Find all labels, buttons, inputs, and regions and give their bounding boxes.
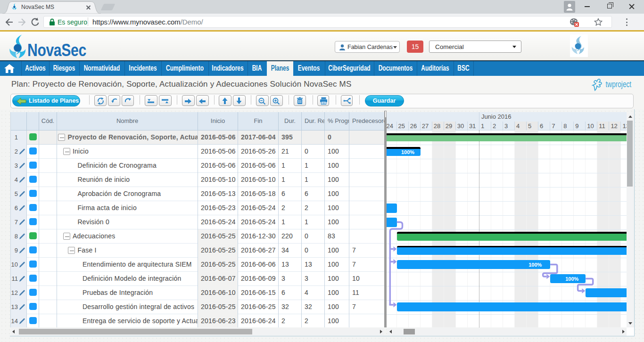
svg-text:twproject: twproject	[606, 80, 632, 89]
